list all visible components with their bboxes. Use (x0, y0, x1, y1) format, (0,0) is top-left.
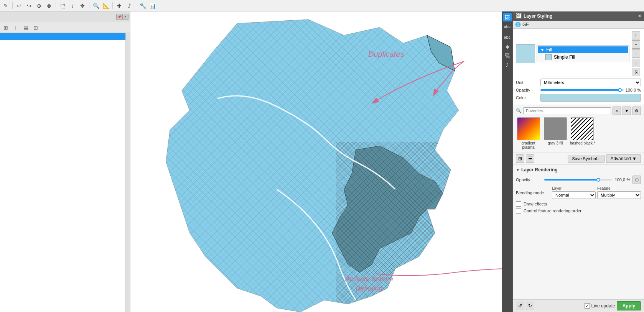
apply-btn[interactable]: Apply (617, 301, 641, 310)
symbol-tree-header: ▼ Fill Simple Fill + − ↑ ↓ (516, 30, 641, 77)
toolbar-redo-icon[interactable]: ↪ (25, 2, 33, 10)
draw-effects-checkbox[interactable] (516, 201, 521, 207)
favorites-dropdown-btn[interactable]: ▼ (623, 107, 631, 115)
toolbar-pan-icon[interactable]: ✥ (78, 2, 87, 10)
layer-styling-header: 🖼 Layer Styling × (513, 11, 644, 21)
swatch-hatch-label: hashed black / (570, 141, 595, 145)
layer-rendering-title: Layer Rendering (521, 167, 558, 172)
side-icon-layers[interactable]: 🖼 (503, 13, 512, 21)
side-icon-abc1[interactable]: abc (503, 22, 512, 31)
rendering-opacity-slider[interactable] (544, 179, 612, 181)
opacity-label: Opacity (516, 88, 539, 92)
left-panel-pin-btn[interactable]: 📌 (116, 14, 122, 20)
left-panel-tb-icon3[interactable]: ▤ (21, 23, 30, 32)
side-icon-abc2[interactable]: abc (503, 33, 512, 41)
list-view-btn[interactable]: ☰ (526, 154, 534, 163)
live-update-label: Live update (591, 303, 615, 309)
simple-fill-preview (545, 54, 552, 60)
top-toolbar: ✎ ↩ ↪ ⊕ ⊗ ⬚ ↕ ✥ 🔍 📐 ✚ ⤴ 🔧 📊 (0, 0, 644, 11)
toolbar-zoom-out-icon[interactable]: ⊗ (45, 2, 53, 10)
swatch-gray-label: gray 3 fill (548, 141, 563, 145)
layer-name-icon: 🌐 (515, 22, 521, 27)
toolbar-sep-3 (89, 2, 89, 9)
toolbar-sep-5 (136, 2, 136, 9)
fill-tree-item[interactable]: ▼ Fill (538, 46, 628, 53)
color-label: Color (516, 95, 539, 100)
toolbar-sep-1 (12, 2, 13, 9)
save-symbol-btn[interactable]: Save Symbol... (568, 155, 604, 163)
left-panel: 📌 × ⊞ ↑ ▤ ⊡ (0, 11, 130, 312)
control-rendering-checkbox[interactable] (516, 208, 521, 213)
favorites-clear-btn[interactable]: × (613, 107, 621, 115)
symbol-preview-large (516, 44, 535, 63)
swatch-gray3fill[interactable]: gray 3 fill (544, 117, 567, 145)
left-panel-tb-icon4[interactable]: ⊡ (31, 23, 40, 32)
toolbar-measure-icon[interactable]: 📐 (102, 2, 110, 10)
fill-tree-arrow: ▼ (540, 47, 545, 53)
simple-fill-tree-item[interactable]: Simple Fill (538, 53, 628, 61)
search-icon: 🔍 (516, 108, 522, 113)
layer-blend-select[interactable]: Normal Multiply Screen (552, 191, 596, 199)
layer-rendering-section: ▼ Layer Rendering Opacity 100,0 % ⊞ Blen… (513, 165, 644, 299)
advanced-label: Advanced ▼ (610, 156, 637, 161)
symbol-add-btn[interactable]: + (632, 31, 640, 39)
side-icon-chart[interactable]: 🏗 (503, 51, 512, 60)
left-panel-scrollbar[interactable] (125, 33, 130, 312)
swatch-hatch-box (571, 117, 594, 140)
color-row: Color (516, 94, 641, 102)
side-icon-share[interactable]: ⤴ (503, 61, 512, 69)
toolbar-edit-icon[interactable]: ✎ (2, 2, 10, 10)
toolbar-chart-icon[interactable]: 📊 (148, 2, 157, 10)
undo-btn[interactable]: ↺ (516, 302, 524, 310)
fill-tree-label: Fill (546, 47, 552, 53)
live-update-checkbox[interactable]: ✓ (585, 303, 590, 309)
feature-blend-select[interactable]: Multiply Normal Screen (597, 191, 641, 199)
redo-btn[interactable]: ↻ (526, 302, 534, 310)
simple-fill-label: Simple Fill (554, 54, 575, 60)
symbol-area: ▼ Fill Simple Fill + − ↑ ↓ (513, 29, 644, 105)
control-rendering-label: Control feature rendering order (524, 209, 581, 213)
advanced-btn[interactable]: Advanced ▼ (606, 154, 641, 163)
unit-label: Unit (516, 80, 539, 85)
toolbar-identify-icon[interactable]: 🔍 (92, 2, 100, 10)
symbol-up-btn[interactable]: ↑ (632, 49, 640, 58)
favorites-options-btn[interactable]: ⚙ (632, 107, 641, 115)
map-area[interactable]: Duplicates Activate featureBelnding (130, 11, 502, 312)
favorites-search-input[interactable] (523, 107, 611, 114)
left-panel-tb-icon1[interactable]: ⊞ (2, 23, 10, 32)
color-swatch-container (540, 94, 641, 102)
swatch-hashed-black[interactable]: hashed black / (570, 117, 595, 145)
color-swatch[interactable] (540, 94, 641, 102)
left-panel-toolbar: ⊞ ↑ ▤ ⊡ (0, 22, 130, 33)
toolbar-select-icon[interactable]: ⬚ (58, 2, 67, 10)
symbol-swatches: gradient plasma gray 3 fill hashed black… (516, 117, 641, 149)
toolbar-undo-icon[interactable]: ↩ (15, 2, 23, 10)
blending-mode-label: Blending mode (516, 190, 550, 195)
feature-blend-col-label: Feature (597, 186, 641, 190)
layer-name-bar: 🌐 GE (513, 21, 644, 29)
left-panel-tb-icon2[interactable]: ↑ (12, 23, 20, 32)
swatch-gray-box (544, 117, 567, 140)
side-icon-3d[interactable]: ◆ (503, 42, 512, 51)
toolbar-add-icon[interactable]: ✚ (115, 2, 124, 10)
symbol-down-btn[interactable]: ↓ (632, 59, 640, 67)
opacity-slider[interactable] (540, 89, 624, 91)
symbol-bottom-bar: ⊞ ☰ Save Symbol... Advanced ▼ (513, 153, 644, 165)
unit-select-container: Millimeters (540, 79, 641, 86)
rendering-collapse-arrow[interactable]: ▼ (516, 168, 520, 172)
toolbar-move-icon[interactable]: ↕ (68, 2, 77, 10)
layer-styling-close-btn[interactable]: × (638, 13, 641, 19)
swatch-gradient-plasma[interactable]: gradient plasma (516, 117, 541, 149)
symbol-remove-btn[interactable]: − (632, 40, 640, 49)
opacity-slider-thumb (618, 88, 622, 92)
toolbar-plugin-icon[interactable]: 🔧 (138, 2, 147, 10)
swatch-gradient-box (517, 117, 540, 140)
map-svg (130, 11, 502, 312)
toolbar-share-icon[interactable]: ⤴ (125, 2, 133, 10)
grid-view-btn[interactable]: ⊞ (516, 154, 524, 163)
left-panel-close-btn[interactable]: × (122, 14, 128, 20)
unit-select[interactable]: Millimeters (540, 79, 641, 86)
rendering-opacity-options-btn[interactable]: ⊞ (632, 176, 641, 184)
toolbar-zoom-in-icon[interactable]: ⊕ (35, 2, 43, 10)
symbol-copy-btn[interactable]: ⎘ (632, 68, 640, 76)
